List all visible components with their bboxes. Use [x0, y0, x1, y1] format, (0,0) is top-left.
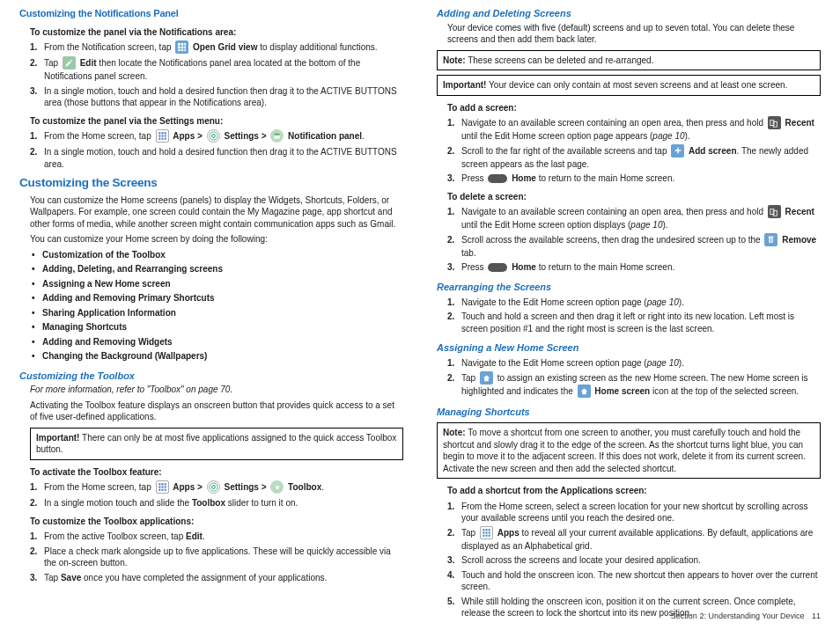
svg-point-48: [483, 534, 484, 536]
toolbox-ref: For more information, refer to "Toolbox"…: [19, 384, 403, 396]
svg-point-31: [210, 483, 217, 491]
remove-icon: [764, 233, 777, 246]
list-item: Adding and Removing Primary Shortcuts: [30, 292, 403, 304]
list-item: From the Home screen, select a screen lo…: [447, 501, 821, 524]
svg-rect-7: [181, 50, 184, 52]
para-default-screens: Your device comes with five (default) sc…: [437, 22, 821, 46]
list-item: Press Home to return to the main Home sc…: [447, 172, 821, 185]
subheading-notif-area: To customize the panel via the Notificat…: [19, 26, 403, 39]
assign-home-icon: [480, 371, 493, 385]
svg-point-50: [488, 534, 490, 536]
list-settings-customize: From the Home screen, tap Apps > Setting…: [19, 130, 403, 170]
subheading-add-shortcut: To add a shortcut from the Applications …: [437, 485, 821, 497]
list-item: Scroll to the far right of the available…: [447, 145, 821, 171]
svg-rect-1: [181, 43, 184, 46]
list-item: Changing the Background (Wallpapers): [30, 350, 403, 363]
para-customize-how: You can customize your Home screen by do…: [19, 233, 403, 245]
svg-point-42: [483, 529, 484, 531]
list-item: Tap Edit then locate the Notifications p…: [30, 57, 403, 83]
apps-icon: [156, 480, 169, 494]
right-column: Adding and Deleting Screens Your device …: [437, 7, 821, 623]
open-grid-icon: [175, 40, 188, 54]
list-add-shortcut: From the Home screen, select a screen lo…: [437, 501, 821, 619]
svg-point-15: [158, 138, 160, 140]
list-rearranging: Navigate to the Edit Home screen option …: [437, 297, 821, 335]
subheading-add-screen: To add a screen:: [437, 102, 821, 114]
heading-adding-deleting: Adding and Deleting Screens: [437, 7, 821, 20]
list-item: Navigate to an available screen containi…: [447, 206, 821, 231]
left-column: Customizing the Notifications Panel To c…: [19, 7, 403, 623]
svg-point-30: [164, 489, 166, 491]
list-notif-customize: From the Notification screen, tap Open G…: [19, 41, 403, 109]
list-item: Assigning a New Home screen: [30, 278, 403, 290]
svg-point-22: [158, 484, 160, 486]
recent-icon: [768, 205, 781, 218]
subheading-activate-toolbox: To activate the Toolbox feature:: [19, 466, 403, 479]
important-seven-screens: Important! Your device can only contain …: [437, 75, 821, 96]
svg-point-32: [211, 486, 215, 489]
svg-point-27: [164, 487, 166, 488]
svg-rect-0: [178, 43, 181, 46]
svg-rect-39: [769, 237, 774, 238]
list-item: In a single motion touch and slide the T…: [30, 497, 403, 509]
svg-point-49: [485, 534, 487, 536]
subheading-settings-menu: To customize the panel via the Settings …: [19, 115, 403, 128]
list-item: Managing Shortcuts: [30, 321, 403, 333]
list-item: In a single motion, touch and hold a des…: [30, 85, 403, 109]
list-activate-toolbox: From the Home screen, tap Apps > Setting…: [19, 481, 403, 509]
svg-rect-2: [185, 43, 187, 46]
list-item: Adding and Removing Widgets: [30, 336, 403, 348]
heading-managing-shortcuts: Managing Shortcuts: [437, 406, 821, 419]
svg-point-12: [158, 136, 160, 137]
apps-icon: [480, 526, 493, 539]
svg-point-19: [211, 135, 215, 138]
heading-rearranging: Rearranging the Screens: [437, 281, 821, 294]
settings-icon: [207, 129, 220, 143]
note-rearranged: Note: These screens can be deleted and r…: [437, 50, 821, 71]
note-shortcut-move: Note: To move a shortcut from one screen…: [437, 422, 821, 479]
list-item: From the active Toolbox screen, tap Edit…: [30, 531, 403, 543]
svg-point-45: [483, 531, 484, 533]
svg-point-17: [164, 138, 166, 140]
home-button-icon: [488, 174, 507, 183]
list-item: Scroll across the available screens, the…: [447, 234, 821, 260]
list-item: From the Home screen, tap Apps > Setting…: [30, 481, 403, 494]
svg-point-47: [488, 531, 490, 533]
svg-point-43: [485, 529, 487, 531]
heading-customizing-toolbox: Customizing the Toolbox: [19, 370, 403, 383]
heading-assigning: Assigning a New Home Screen: [437, 341, 821, 355]
svg-point-28: [158, 489, 160, 491]
list-assigning: Navigate to the Edit Home screen option …: [437, 357, 821, 399]
list-item: Place a check mark alongside up to five …: [30, 546, 403, 569]
add-screen-icon: [671, 144, 684, 158]
list-item: Touch and hold the onscreen icon. The ne…: [447, 569, 821, 593]
svg-point-16: [161, 138, 163, 140]
svg-point-33: [276, 486, 279, 489]
list-item: Scroll across the screens and locate you…: [447, 554, 821, 567]
list-item: Press Home to return to the main Home sc…: [447, 261, 821, 274]
svg-rect-21: [275, 134, 280, 136]
list-item: Tap to assign an existing screen as the …: [447, 372, 821, 399]
list-item: Navigate to an available screen containi…: [447, 117, 821, 143]
svg-point-18: [210, 132, 217, 140]
list-item: Touch and hold a screen and then drag it…: [447, 311, 821, 334]
svg-rect-5: [185, 47, 187, 49]
heading-customizing-screens: Customizing the Screens: [19, 175, 403, 191]
para-customize-info: You can customize the Home screens (pane…: [19, 194, 403, 231]
recent-icon: [768, 116, 781, 129]
svg-point-10: [161, 132, 163, 134]
list-item: Tap Save once you have completed the ass…: [30, 572, 403, 584]
list-customize-toolbox-apps: From the active Toolbox screen, tap Edit…: [19, 531, 403, 583]
edit-icon: [63, 56, 76, 70]
list-delete-screen: Navigate to an available screen containi…: [437, 206, 821, 274]
heading-notifications: Customizing the Notifications Panel: [19, 7, 403, 20]
list-item: From the Home screen, tap Apps > Setting…: [30, 130, 403, 143]
apps-icon: [156, 129, 169, 143]
list-item: Navigate to the Edit Home screen option …: [447, 357, 821, 370]
page-footer: Section 2: Understanding Your Device 11: [671, 611, 821, 621]
svg-point-23: [161, 484, 163, 486]
svg-point-29: [161, 489, 163, 491]
settings-icon: [207, 480, 220, 494]
svg-rect-38: [770, 238, 774, 243]
svg-rect-4: [181, 47, 184, 49]
